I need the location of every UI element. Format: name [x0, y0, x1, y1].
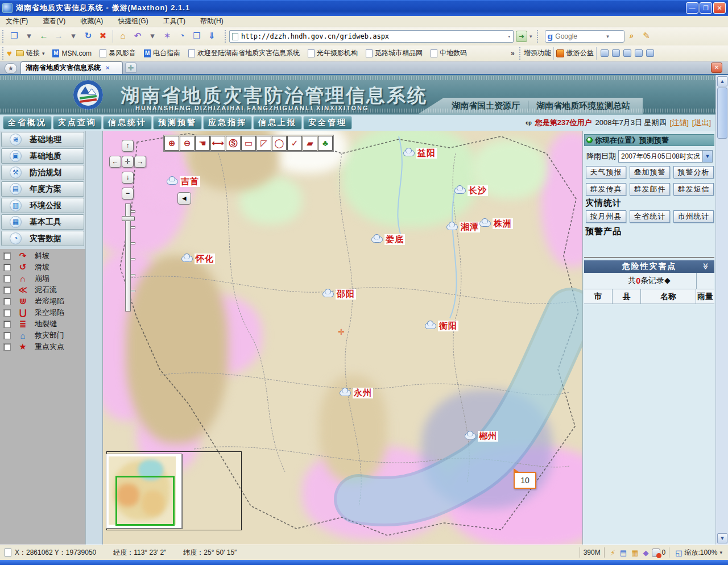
nav-tab[interactable]: 全省概况	[3, 116, 52, 130]
broadcast-action-button[interactable]: 群发短信	[673, 183, 714, 196]
link-geo-monitoring[interactable]: 湖南省地质环境监测总站	[536, 101, 630, 111]
city-weather-label[interactable]: 长沙	[454, 185, 488, 196]
window-list-button[interactable]: ❒	[190, 30, 204, 43]
new-page-button[interactable]: ❐	[7, 30, 21, 43]
city-weather-label[interactable]: 株洲	[479, 218, 513, 229]
menu-item[interactable]: 快捷组(G)	[118, 16, 148, 26]
tab-close-icon[interactable]: ✕	[105, 65, 110, 71]
download-button[interactable]: ⇓	[205, 30, 218, 43]
refresh-button[interactable]: ↻	[81, 30, 95, 43]
city-weather-label[interactable]: 怀化	[181, 254, 215, 264]
bookmark-item[interactable]: 暴风影音	[100, 48, 136, 58]
menu-item[interactable]: 工具(T)	[163, 16, 185, 26]
city-weather-label[interactable]: 郴州	[465, 431, 498, 442]
rain-date-select[interactable]: 2007年05月05日08时实况 ▼	[618, 150, 713, 163]
proxy-icon[interactable]	[601, 49, 609, 57]
menu-item[interactable]: 收藏(A)	[80, 16, 103, 26]
layer-checkbox[interactable]	[3, 321, 11, 328]
tab-star-button[interactable]: ★	[5, 63, 17, 74]
nav-tab[interactable]: 应急指挥	[203, 116, 252, 130]
forecast-action-button[interactable]: 天气预报	[586, 166, 626, 178]
search-box[interactable]: g ▾	[545, 30, 624, 43]
filter-wand-button[interactable]: ✶	[160, 30, 174, 43]
search-input[interactable]	[555, 32, 606, 40]
sidebar-section[interactable]: ◔ 灾害数据	[1, 231, 84, 246]
bookmark-item[interactable]: MSN.com	[52, 48, 92, 58]
menu-item[interactable]: 查看(V)	[43, 16, 65, 26]
nav-tab[interactable]: 安全管理	[303, 116, 352, 130]
mark-point-tool[interactable]: ✓	[287, 136, 302, 151]
adhunter-icon[interactable]: ◆	[643, 549, 648, 557]
address-bar[interactable]: ▾	[229, 30, 514, 43]
layer-checkbox[interactable]	[3, 252, 11, 260]
eraser-tool[interactable]: ▰	[303, 136, 317, 151]
scroll-up-arrow[interactable]: ▲	[717, 76, 727, 86]
city-weather-label[interactable]: 吉首	[167, 176, 200, 187]
history-button[interactable]: ◔	[175, 30, 189, 43]
search-dropdown-icon[interactable]: ▾	[606, 34, 609, 39]
city-weather-label[interactable]: 永州	[340, 388, 373, 398]
plus-features-link[interactable]: 增强功能	[524, 48, 551, 58]
logout-link[interactable]: [注销]	[670, 118, 689, 128]
bookmark-item[interactable]: 中地数码	[431, 48, 467, 58]
forward-button[interactable]: →	[52, 30, 65, 43]
zoom-minus-button[interactable]: −	[122, 188, 134, 200]
skin-icon[interactable]	[646, 49, 654, 57]
stats-action-button[interactable]: 按月州县	[586, 210, 626, 223]
map-viewport[interactable]: ⊕⊖☚⟷Ⓢ▭◸◯✓▰♣ ↑ ← ✛ → ↓ − 吉首 益阳 长	[102, 131, 582, 545]
page-scrollbar[interactable]: ▲ ▼	[715, 75, 728, 545]
link-land-resources[interactable]: 湖南省国土资源厅	[452, 101, 520, 111]
bookmarks-overflow-icon[interactable]: »	[511, 49, 515, 57]
notepad-icon[interactable]: ▦	[631, 549, 638, 557]
measure-distance-tool[interactable]: ⟷	[210, 136, 225, 151]
pan-down-button[interactable]: ↓	[122, 172, 134, 184]
maximize-button[interactable]: ❐	[700, 2, 712, 14]
bookmark-item[interactable]: 觅路城市精品网	[366, 48, 423, 58]
measure-area-tool[interactable]: Ⓢ	[226, 136, 241, 151]
nav-tab[interactable]: 预测预警	[153, 116, 202, 130]
home-button[interactable]: ⌂	[116, 30, 130, 43]
sidebar-section[interactable]: ▥ 环境公报	[1, 198, 84, 213]
layer-checkbox[interactable]	[3, 309, 11, 317]
tools-icon[interactable]	[635, 49, 643, 57]
layer-checkbox[interactable]	[3, 264, 11, 271]
exit-link[interactable]: [退出]	[692, 118, 711, 128]
boost-icon[interactable]: ⚡	[610, 549, 615, 557]
zoom-in-tool[interactable]: ⊕	[164, 136, 179, 151]
tab-list-close-button[interactable]: ✕	[711, 63, 722, 73]
overview-collapse-button[interactable]: ◄	[177, 192, 191, 205]
maxthon-charity-link[interactable]: 傲游公益	[566, 48, 594, 58]
pan-center-button[interactable]: ✛	[122, 156, 134, 168]
search-icon[interactable]: ⌕	[625, 30, 639, 43]
city-weather-label[interactable]: 湘潭	[446, 222, 480, 232]
url-input[interactable]	[241, 32, 508, 40]
close-button[interactable]: ✕	[713, 2, 726, 14]
select-circle-tool[interactable]: ◯	[272, 136, 287, 151]
notes-icon[interactable]	[623, 49, 631, 57]
minimize-button[interactable]: —	[686, 2, 698, 14]
sidebar-section[interactable]: ▤ 年度方案	[1, 181, 84, 197]
scroll-down-arrow[interactable]: ▼	[717, 533, 727, 543]
history-dropdown[interactable]: ▾	[67, 30, 80, 43]
highlight-icon[interactable]: ✎	[640, 30, 653, 43]
layer-tree-tool[interactable]: ♣	[318, 136, 333, 151]
go-button[interactable]: ➜	[516, 31, 527, 42]
forecast-action-button[interactable]: 预警分析	[673, 166, 714, 178]
window-icon[interactable]	[612, 49, 620, 57]
danger-points-header[interactable]: 危险性灾害点 ≫	[584, 260, 714, 273]
new-page-dropdown[interactable]: ▾	[22, 30, 36, 43]
sidebar-section[interactable]: ▣ 基础地质	[1, 148, 84, 164]
select-polygon-tool[interactable]: ◸	[257, 136, 271, 151]
blocked-counter-icon[interactable]	[652, 549, 660, 557]
stop-button[interactable]: ✖	[96, 30, 110, 43]
nav-tab[interactable]: 信息上报	[253, 116, 302, 130]
layer-checkbox[interactable]	[3, 332, 11, 339]
print-icon[interactable]: ▤	[620, 549, 627, 557]
layer-checkbox[interactable]	[3, 275, 11, 282]
zoom-level[interactable]: 缩放:100%	[684, 548, 717, 558]
sidebar-section[interactable]: ≋ 基础地理	[1, 132, 84, 147]
url-dropdown-icon[interactable]: ▾	[508, 34, 511, 39]
overview-map[interactable]	[106, 454, 182, 529]
layer-checkbox[interactable]	[3, 298, 11, 305]
zoom-slider-handle[interactable]	[122, 216, 135, 221]
